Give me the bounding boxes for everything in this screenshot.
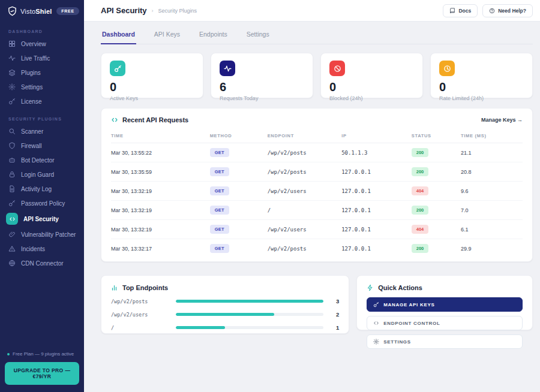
cell-time: Mar 30, 13:35:59 [111, 162, 210, 182]
bar-fill [176, 326, 225, 329]
manage-api-keys-button[interactable]: MANAGE API KEYS [367, 297, 523, 312]
brand-logo[interactable]: VistoShiel FREE [0, 0, 84, 21]
bar-track [176, 326, 323, 329]
sidebar-item-login-guard[interactable]: Login Guard [0, 167, 84, 182]
stat-card-active-keys: 0 Active Keys [101, 53, 203, 98]
endpoint-count: 1 [329, 324, 339, 331]
cell-time-ms: 9.6 [461, 182, 523, 201]
sidebar-item-label: Password Policy [21, 200, 65, 207]
sidebar-item-vulnerability-patcher[interactable]: Vulnerability Patcher [0, 227, 84, 242]
sidebar-item-label: CDN Connector [21, 260, 64, 267]
cell-time-ms: 6.1 [461, 220, 523, 239]
upgrade-button[interactable]: UPGRADE TO PRO — €79/YR [5, 362, 79, 385]
stat-label: Blocked (24h) [329, 95, 414, 101]
sidebar-item-activity-log[interactable]: Activity Log [0, 182, 84, 196]
cell-time-ms: 20.8 [461, 162, 523, 182]
endpoint-control-button[interactable]: ENDPOINT CONTROL [367, 316, 523, 330]
activity-icon [8, 55, 16, 62]
tab-settings[interactable]: Settings [245, 29, 271, 44]
stat-value: 0 [110, 81, 194, 93]
bar-track [176, 300, 323, 303]
settings-button[interactable]: SETTINGS [367, 334, 523, 349]
stat-label: Requests Today [220, 95, 304, 101]
search-icon [8, 128, 16, 135]
cell-time: Mar 30, 13:32:19 [111, 182, 210, 201]
sidebar-item-live-traffic[interactable]: Live Traffic [0, 51, 84, 65]
code-icon [111, 116, 118, 123]
bar-chart-icon [111, 284, 118, 291]
cell-ip: 127.0.0.1 [341, 239, 412, 258]
shield-logo-icon [7, 6, 17, 16]
endpoint-label: /wp/v2/posts [111, 298, 170, 304]
grid-icon [8, 40, 16, 47]
sidebar-footer: Free Plan — 9 plugins active UPGRADE TO … [0, 345, 84, 392]
action-label: ENDPOINT CONTROL [383, 321, 440, 326]
sidebar-item-label: Scanner [21, 128, 43, 135]
sidebar-item-cdn-connector[interactable]: CDN Connector [0, 256, 84, 270]
nav-section-security-plugins: SECURITY PLUGINS [0, 108, 84, 124]
sidebar: VistoShiel FREE DASHBOARD Overview Live … [0, 0, 84, 392]
status-badge: 200 [412, 244, 429, 253]
tab-api-keys[interactable]: API Keys [153, 29, 181, 44]
stat-card-requests-today: 6 Requests Today [211, 53, 313, 98]
sidebar-item-password-policy[interactable]: Password Policy [0, 196, 84, 210]
method-badge: GET [210, 244, 229, 253]
help-button-label: Need Help? [498, 8, 526, 14]
breadcrumb: Security Plugins [158, 8, 197, 14]
status-badge: 404 [412, 225, 429, 234]
column-header-time-ms: Time (MS) [461, 128, 523, 143]
endpoint-label: /wp/v2/users [111, 312, 170, 318]
sidebar-item-scanner[interactable]: Scanner [0, 124, 84, 138]
endpoint-bar-row: / 1 [111, 324, 339, 331]
help-button[interactable]: Need Help? [482, 4, 533, 17]
code-icon [373, 320, 379, 326]
sidebar-item-label: Incidents [21, 246, 45, 252]
brand-name: VistoShiel [20, 8, 52, 15]
cell-ip: 127.0.0.1 [341, 182, 412, 201]
sidebar-item-settings[interactable]: Settings [0, 80, 84, 94]
docs-button-label: Docs [458, 8, 471, 14]
column-header-method: Method [210, 128, 268, 143]
sidebar-item-api-security[interactable]: API Security [0, 210, 84, 227]
sidebar-item-license[interactable]: License [0, 94, 84, 108]
clock-icon [439, 61, 455, 76]
sidebar-item-firewall[interactable]: Firewall [0, 138, 84, 153]
status-badge: 200 [412, 167, 429, 176]
code-icon [6, 213, 18, 225]
manage-keys-link[interactable]: Manage Keys → [481, 117, 523, 123]
sidebar-item-plugins[interactable]: Plugins [0, 65, 84, 80]
method-badge: GET [210, 148, 229, 157]
bar-fill [176, 300, 323, 303]
gear-icon [8, 83, 16, 91]
cell-endpoint: /wp/v2/users [268, 220, 341, 239]
panel-title: Quick Actions [378, 284, 422, 291]
paperclip-icon [8, 231, 16, 238]
tab-endpoints[interactable]: Endpoints [198, 29, 229, 44]
key-icon [373, 301, 379, 307]
sidebar-item-overview[interactable]: Overview [0, 37, 84, 51]
cell-ip: 50.1.1.3 [341, 143, 412, 162]
stat-card-blocked: 0 Blocked (24h) [320, 53, 423, 98]
cell-time-ms: 29.9 [461, 239, 523, 258]
column-header-ip: IP [341, 128, 412, 143]
ban-icon [329, 61, 345, 76]
sidebar-item-bot-detector[interactable]: Bot Detector [0, 153, 84, 167]
main-area: API Security › Security Plugins Docs Nee… [84, 0, 540, 392]
table-row: Mar 30, 13:32:19 GET /wp/v2/users 127.0.… [111, 182, 523, 201]
sidebar-item-label: Overview [21, 41, 46, 47]
stat-label: Active Keys [110, 95, 194, 101]
column-header-time: Time [111, 128, 210, 143]
sidebar-item-label: Login Guard [21, 171, 54, 178]
endpoint-count: 3 [329, 298, 339, 304]
tab-dashboard[interactable]: Dashboard [101, 29, 136, 44]
cell-time: Mar 30, 13:32:19 [111, 220, 210, 239]
stat-value: 6 [220, 81, 304, 93]
cell-time: Mar 30, 13:55:22 [111, 143, 210, 162]
docs-button[interactable]: Docs [443, 4, 478, 17]
sidebar-item-label: Bot Detector [21, 157, 55, 164]
brand-name-bold: Shiel [35, 8, 52, 15]
sidebar-item-incidents[interactable]: Incidents [0, 242, 84, 256]
cell-time: Mar 30, 13:32:17 [111, 239, 210, 258]
status-badge: 200 [412, 148, 429, 157]
table-row: Mar 30, 13:32:19 GET /wp/v2/users 127.0.… [111, 220, 523, 239]
